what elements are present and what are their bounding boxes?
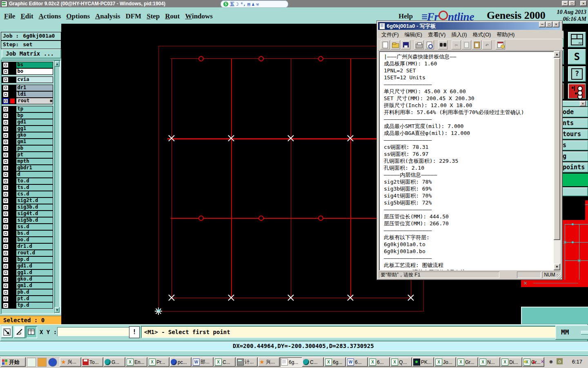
taskbar-button-4[interactable]: XPr... [148, 357, 169, 367]
layer-row-sig4t.d[interactable]: sig4t.d [2, 211, 53, 217]
layer-row-sig5b.d[interactable]: sig5b.d [2, 217, 53, 224]
wordpad-menu-文件F[interactable]: 文件(F) [381, 31, 399, 38]
close-button[interactable]: ✕ [580, 1, 587, 6]
taskbar-button-17[interactable]: XJo... [434, 357, 456, 367]
wordpad-minimize-button[interactable]: — [539, 22, 546, 27]
layer-row-cvia[interactable]: cvia [2, 76, 53, 83]
wordpad-resize-grip[interactable] [557, 274, 562, 279]
taskbar-button-15[interactable]: XQ... [390, 357, 412, 367]
layer-row-gd1[interactable]: gd1 [2, 119, 53, 126]
quick-launch-globeql-icon[interactable] [48, 358, 57, 367]
taskbar-button-0[interactable]: ★兴... [60, 357, 81, 367]
wordpad-scrollbar[interactable]: ▲ ▼ [554, 51, 560, 270]
grid-toggle-icon[interactable] [26, 326, 37, 338]
layer-checkbox-cs.d[interactable] [3, 192, 8, 197]
menu-windows[interactable]: Windows [185, 12, 213, 20]
quick-launch-clockql-icon[interactable] [38, 358, 47, 367]
tray-xmark-icon[interactable]: ✕ [539, 358, 546, 364]
taskbar-button-18[interactable]: XGr... [457, 357, 478, 367]
layer-checkbox-dr1[interactable] [3, 85, 8, 90]
layer-checkbox-gg1.d[interactable] [3, 270, 8, 275]
layer-row-bp[interactable]: bp [2, 112, 53, 119]
layer-checkbox-bs[interactable] [3, 63, 8, 67]
layer-row-gko[interactable]: gko [2, 132, 53, 139]
layer-checkbox-ss.d[interactable] [3, 224, 8, 229]
layer-checkbox-bo[interactable] [3, 69, 8, 74]
panel-button-tours[interactable]: tours [562, 129, 588, 139]
ime-icon-0[interactable]: S [223, 2, 228, 7]
taskbar-button-9[interactable]: ★兴... [258, 357, 280, 367]
minimize-button[interactable]: — [562, 1, 568, 6]
layer-checkbox-dr1.d[interactable] [3, 244, 8, 249]
ime-icon-3[interactable]: °, [241, 2, 246, 7]
layer-row-pt.d[interactable]: pt.d [2, 296, 53, 302]
taskbar-button-3[interactable]: XEn... [126, 357, 147, 367]
wordpad-cut-button[interactable] [452, 40, 461, 49]
taskbar-button-11[interactable]: C... [302, 357, 324, 367]
layer-checkbox-tp.d[interactable] [3, 303, 8, 308]
layer-checkbox-sig4t.d[interactable] [3, 211, 8, 216]
wordpad-undo-button[interactable] [482, 40, 492, 49]
layer-checkbox-rout[interactable] [3, 98, 9, 104]
layer-checkbox-rout.d[interactable] [3, 251, 8, 256]
menu-rout[interactable]: Rout [165, 12, 180, 20]
panel-small-button[interactable] [562, 187, 588, 196]
menu-edit[interactable]: Edit [20, 12, 33, 20]
taskbar-button-2[interactable]: G... [104, 357, 125, 367]
layer-row-dr1.d[interactable]: dr1.d [2, 243, 53, 250]
layer-checkbox-bo.d[interactable] [3, 238, 8, 242]
wordpad-save-button[interactable] [401, 40, 410, 49]
layer-row-gd1.d[interactable]: gd1.d [2, 263, 53, 269]
layer-checkbox-pb.d[interactable] [3, 290, 8, 295]
layer-checkbox-sig5b.d[interactable] [3, 218, 8, 223]
xy-coordinate-input[interactable] [57, 327, 130, 336]
wordpad-scroll-thumb[interactable] [554, 58, 560, 240]
layer-checkbox-gm1[interactable] [3, 139, 8, 144]
wordpad-open-button[interactable] [391, 40, 400, 49]
layer-row-bp.d[interactable]: bp.d [2, 256, 53, 263]
fit-view-icon[interactable] [1, 326, 13, 338]
ime-icon-5[interactable]: ♟ [252, 2, 255, 7]
layer-row-bo[interactable]: bo [2, 68, 53, 75]
menu-file[interactable]: File [4, 12, 15, 20]
taskbar-button-6[interactable]: W部... [192, 357, 214, 367]
wordpad-menu-插入I[interactable]: 插入(I) [451, 31, 467, 38]
layer-checkbox-cvia[interactable] [3, 77, 8, 82]
overview-thumbnail[interactable] [562, 220, 588, 280]
layer-row-mpth[interactable]: mpth [2, 158, 53, 165]
layer-checkbox-sig2t.d[interactable] [3, 198, 8, 203]
taskbar-button-16[interactable]: PK... [412, 357, 434, 367]
menu-dfm[interactable]: DFM [125, 12, 141, 20]
maximize-button[interactable]: ▢ [569, 1, 575, 6]
layer-row-ldi[interactable]: ldi [2, 91, 53, 98]
wordpad-new-button[interactable] [381, 40, 390, 49]
panel-button-ode[interactable]: ode [562, 107, 588, 117]
wordpad-scroll-up-icon[interactable]: ▲ [554, 51, 560, 58]
wordpad-maximize-button[interactable]: ▢ [546, 22, 552, 27]
wordpad-datetime-button[interactable] [496, 40, 505, 49]
layer-checkbox-gko[interactable] [3, 133, 8, 138]
layer-checkbox-gm1.d[interactable] [3, 283, 8, 288]
layer-checkbox-to.d[interactable] [3, 179, 8, 184]
taskbar-button-8[interactable]: 计... [236, 357, 258, 367]
start-button[interactable]: 开始 [1, 357, 26, 367]
taskbar-button-5[interactable]: pc... [170, 357, 192, 367]
layer-checkbox-pt.d[interactable] [3, 296, 8, 301]
wordpad-paste-button[interactable] [472, 40, 481, 49]
wordpad-close-button[interactable]: ✕ [553, 22, 559, 27]
layer-checkbox-gd1.d[interactable] [3, 264, 8, 269]
taskbar-button-1[interactable]: To... [82, 357, 103, 367]
layer-row-bs.d[interactable]: bs.d [2, 230, 53, 237]
tool-button-drill-31[interactable] [568, 83, 586, 99]
tray-clock-icon[interactable]: ◷ [557, 358, 563, 364]
layer-checkbox-d[interactable] [3, 172, 8, 177]
layer-row-gg1[interactable]: gg1 [2, 126, 53, 132]
wordpad-find-button[interactable] [438, 40, 448, 49]
wordpad-menu-格式O[interactable]: 格式(O) [473, 31, 491, 38]
wordpad-menu-编辑E[interactable]: 编辑(E) [405, 31, 422, 38]
layer-row-bs[interactable]: bs [2, 62, 53, 68]
layer-row-rout.d[interactable]: rout.d [2, 250, 53, 256]
layer-row-gko.d[interactable]: gko.d [2, 276, 53, 283]
taskbar-button-7[interactable]: XC... [214, 357, 236, 367]
tool-button-question-21[interactable]: ? [568, 66, 586, 82]
